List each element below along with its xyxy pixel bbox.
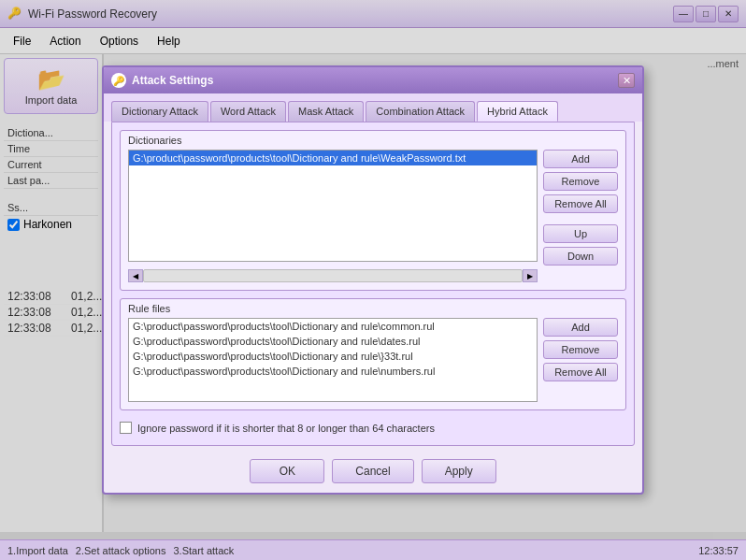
ignore-checkbox-label: Ignore password if it is shorter that 8 … [137,423,435,434]
ignore-password-row: Ignore password if it is shorter that 8 … [120,418,626,438]
tab-word-attack[interactable]: Word Attack [210,101,286,122]
dictionaries-area: G:\product\password\products\tool\Dictio… [128,150,618,282]
status-time: 12:33:57 [698,545,739,556]
modal-title: Attack Settings [132,74,618,87]
dictionaries-buttons: Add Remove Remove All Up Down [543,150,618,282]
apply-button[interactable]: Apply [422,459,496,483]
rule-files-label: Rule files [128,303,618,314]
status-bar: 1.Import data 2.Set attack options 3.Sta… [0,539,746,560]
tab-combination-attack[interactable]: Combination Attack [366,101,475,122]
tab-hybrid-attack[interactable]: Hybrid Attack [477,101,558,122]
modal-footer: OK Cancel Apply [104,453,642,493]
attack-settings-modal: 🔑 Attack Settings ✕ Dictionary Attack Wo… [102,65,644,495]
cancel-button[interactable]: Cancel [332,459,413,483]
dictionaries-label: Dictionaries [128,135,618,146]
modal-close-button[interactable]: ✕ [618,73,635,88]
dictionaries-listbox[interactable]: G:\product\password\products\tool\Dictio… [128,150,538,262]
modal-icon: 🔑 [111,73,126,88]
rule-files-group: Rule files G:\product\password\products\… [120,298,626,410]
dict-scrollbar-area: ◀ ▶ [128,269,538,282]
dict-item-0[interactable]: G:\product\password\products\tool\Dictio… [129,151,537,165]
rule-files-buttons: Add Remove Remove All [543,318,618,402]
rule-item-3[interactable]: G:\product\password\products\tool\Dictio… [129,364,537,379]
modal-title-bar: 🔑 Attack Settings ✕ [104,67,642,93]
rule-remove-all-button[interactable]: Remove All [543,363,618,381]
ok-button[interactable]: OK [250,459,324,483]
rule-add-button[interactable]: Add [543,318,618,337]
scroll-left-btn[interactable]: ◀ [128,269,143,282]
scrollbar-track[interactable] [143,269,523,282]
status-step-1: 1.Import data [7,545,68,556]
tab-mask-attack[interactable]: Mask Attack [288,101,364,122]
dict-down-button[interactable]: Down [543,247,618,266]
status-step-3: 3.Start attack [173,545,234,556]
rule-item-2[interactable]: G:\product\password\products\tool\Dictio… [129,349,537,364]
tab-dictionary-attack[interactable]: Dictionary Attack [111,101,208,122]
rule-item-1[interactable]: G:\product\password\products\tool\Dictio… [129,334,537,349]
dict-add-button[interactable]: Add [543,150,618,168]
dictionaries-group: Dictionaries G:\product\password\product… [120,130,626,291]
tab-bar: Dictionary Attack Word Attack Mask Attac… [104,93,642,122]
dictionaries-list-container: G:\product\password\products\tool\Dictio… [128,150,538,282]
rule-remove-button[interactable]: Remove [543,340,618,359]
rule-files-listbox[interactable]: G:\product\password\products\tool\Dictio… [128,318,538,402]
modal-overlay: 🔑 Attack Settings ✕ Dictionary Attack Wo… [0,0,746,560]
scroll-right-btn[interactable]: ▶ [523,269,538,282]
rule-item-0[interactable]: G:\product\password\products\tool\Dictio… [129,319,537,334]
status-steps: 1.Import data 2.Set attack options 3.Sta… [7,545,234,556]
rule-files-area: G:\product\password\products\tool\Dictio… [128,318,618,402]
dict-remove-button[interactable]: Remove [543,172,618,191]
modal-content: Dictionaries G:\product\password\product… [111,122,635,446]
dict-up-button[interactable]: Up [543,224,618,243]
dict-remove-all-button[interactable]: Remove All [543,194,618,213]
status-step-2: 2.Set attack options [76,545,166,556]
ignore-checkbox[interactable] [120,422,132,434]
